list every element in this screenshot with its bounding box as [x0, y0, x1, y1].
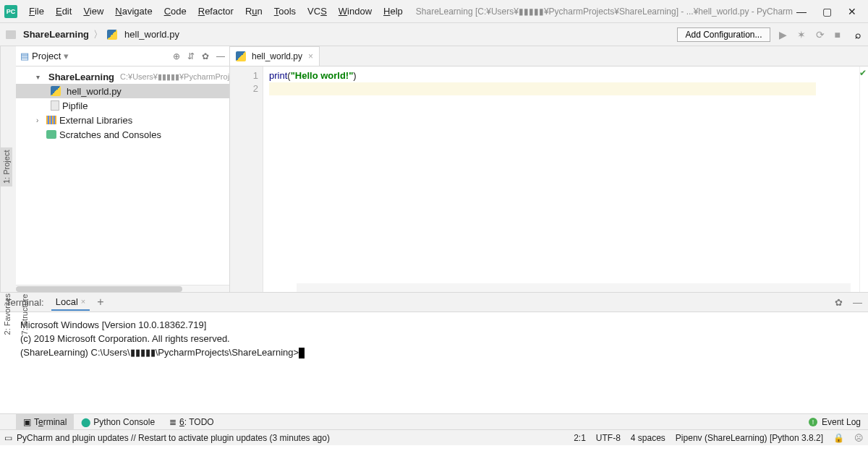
caret-position[interactable]: 2:1 — [574, 433, 586, 443]
tree-scratches[interactable]: Scratches and Consoles — [16, 127, 229, 142]
add-configuration-button[interactable]: Add Configuration... — [677, 27, 770, 42]
tree-item-pipfile[interactable]: Pipfile — [16, 98, 229, 113]
editor-scrollbar[interactable] — [297, 283, 851, 292]
stripe-structure-tab[interactable]: 7: Structure — [19, 292, 30, 336]
tree-external-libraries[interactable]: › External Libraries — [16, 113, 229, 127]
project-header: ▤ Project ▾ ⊕ ⇵ ✿ — — [16, 46, 229, 66]
close-icon[interactable]: ✕ — [848, 6, 856, 17]
menu-bar: PC File Edit View Navigate Code Refactor… — [0, 0, 868, 23]
bottom-tab-event-log[interactable]: Event Log — [822, 417, 861, 427]
stop-icon[interactable]: ■ — [833, 29, 842, 40]
menu-window[interactable]: Window — [333, 3, 378, 20]
left-tool-stripe-lower: 2: Favorites 7: Structure — [1, 292, 16, 336]
menu-edit[interactable]: Edit — [50, 3, 77, 20]
close-tab-icon[interactable]: × — [81, 297, 85, 306]
indent-setting[interactable]: 4 spaces — [631, 433, 665, 443]
chevron-down-icon[interactable]: ▾ — [36, 73, 40, 81]
tree-root[interactable]: ▾ ShareLearning C:¥Users¥▮▮▮▮▮¥PycharmPr… — [16, 69, 229, 84]
terminal-tab-local[interactable]: Local × — [51, 294, 90, 311]
terminal-line: (c) 2019 Microsoft Corporation. All righ… — [20, 332, 862, 345]
breadcrumb-sep: 〉 — [93, 28, 103, 41]
editor-tab-label: hell_world.py — [252, 51, 302, 61]
gear-icon[interactable]: ✿ — [202, 51, 209, 61]
menu-navigate[interactable]: Navigate — [109, 3, 158, 20]
coverage-icon[interactable]: ⟳ — [814, 29, 826, 40]
debug-icon[interactable]: ✶ — [796, 29, 807, 40]
new-terminal-icon[interactable]: + — [97, 296, 103, 309]
tree-root-label: ShareLearning — [48, 72, 114, 82]
python-file-icon — [236, 51, 246, 61]
code-line-2[interactable] — [269, 82, 816, 95]
code-line-1[interactable]: print("Hello world!") — [269, 69, 859, 82]
status-rect-icon[interactable]: ▭ — [4, 433, 12, 443]
chevron-right-icon[interactable]: › — [36, 116, 43, 124]
terminal-line: Microsoft Windows [Version 10.0.18362.71… — [20, 318, 862, 332]
target-icon[interactable]: ⊕ — [173, 51, 180, 61]
breadcrumb-project[interactable]: ShareLearning — [23, 29, 89, 40]
app-icon: PC — [4, 5, 17, 18]
project-scrollbar[interactable] — [16, 285, 229, 292]
menu-code[interactable]: Code — [158, 3, 192, 20]
bottom-tab-terminal[interactable]: ▣ Terminal — [16, 414, 74, 429]
breadcrumb-file[interactable]: hell_world.py — [124, 29, 179, 40]
lock-icon[interactable]: 🔒 — [833, 433, 844, 443]
hide-icon[interactable]: — — [216, 51, 225, 61]
bottom-tab-python-console[interactable]: ⬤ Python Console — [74, 414, 162, 429]
file-icon — [51, 100, 59, 111]
python-icon: ⬤ — [81, 417, 90, 427]
menu-view[interactable]: View — [77, 3, 109, 20]
hide-icon[interactable]: — — [853, 297, 862, 308]
close-tab-icon[interactable]: × — [308, 51, 313, 61]
project-tree[interactable]: ▾ ShareLearning C:¥Users¥▮▮▮▮▮¥PycharmPr… — [16, 66, 229, 285]
event-log-badge-icon: ! — [809, 418, 817, 426]
tree-item-label: Scratches and Consoles — [59, 129, 161, 140]
stripe-favorites-tab[interactable]: 2: Favorites — [1, 292, 13, 336]
run-icon[interactable]: ▶ — [778, 29, 788, 40]
interpreter-label[interactable]: Pipenv (ShareLearning) [Python 3.8.2] — [676, 433, 823, 443]
bottom-tab-todo[interactable]: ≣ 6: TODO — [162, 414, 221, 429]
terminal-tab-label: Local — [56, 296, 78, 307]
menu-help[interactable]: Help — [378, 3, 409, 20]
gear-icon[interactable]: ✿ — [835, 297, 843, 308]
breadcrumb[interactable]: ShareLearning 〉 hell_world.py — [6, 28, 179, 41]
terminal-cursor — [299, 348, 305, 358]
project-tool-window: ▤ Project ▾ ⊕ ⇵ ✿ — ▾ ShareLearning C:¥U… — [16, 46, 230, 292]
editor-tab-hello-world[interactable]: hell_world.py × — [230, 46, 320, 66]
project-view-icon: ▤ — [20, 51, 29, 61]
maximize-icon[interactable]: ▢ — [822, 6, 832, 17]
menu-run[interactable]: Run — [239, 3, 268, 20]
window-title: ShareLearning [C:¥Users¥▮▮▮▮▮¥PycharmPro… — [416, 7, 796, 17]
bottom-tool-tabs: ▣ Terminal ⬤ Python Console ≣ 6: TODO ! … — [0, 413, 868, 429]
code-area[interactable]: print("Hello world!") — [263, 66, 859, 292]
editor-body[interactable]: 1 2 print("Hello world!") ✔ — [230, 66, 868, 292]
tree-item-label: External Libraries — [59, 115, 132, 126]
navigation-bar: ShareLearning 〉 hell_world.py Add Config… — [0, 23, 868, 46]
project-title[interactable]: Project — [32, 51, 61, 61]
scratch-icon — [46, 130, 56, 139]
chevron-down-icon[interactable]: ▾ — [64, 51, 69, 61]
line-number: 1 — [230, 69, 258, 82]
python-file-icon — [51, 86, 61, 96]
menu-refactor[interactable]: Refactor — [192, 3, 239, 20]
minimize-icon[interactable]: — — [796, 6, 807, 17]
terminal-header: Terminal: Local × + ✿ — — [0, 292, 868, 312]
menu-file[interactable]: File — [23, 3, 50, 20]
menu-tools[interactable]: Tools — [268, 3, 302, 20]
tree-root-path: C:¥Users¥▮▮▮▮▮¥PycharmProjects — [120, 72, 229, 82]
inspection-rail: ✔ — [859, 66, 868, 292]
inspector-icon[interactable]: ☹ — [854, 433, 864, 443]
status-message: PyCharm and plugin updates // Restart to… — [17, 433, 330, 443]
menu-vcs[interactable]: VCS — [302, 3, 333, 20]
collapse-icon[interactable]: ⇵ — [187, 51, 195, 61]
terminal-body[interactable]: Microsoft Windows [Version 10.0.18362.71… — [0, 312, 868, 413]
search-icon[interactable]: ⌕ — [854, 29, 862, 40]
tree-item-label: hell_world.py — [67, 86, 122, 97]
line-gutter: 1 2 — [230, 66, 263, 292]
terminal-prompt[interactable]: (ShareLearning) C:\Users\▮▮▮▮▮\PycharmPr… — [20, 345, 862, 359]
status-bar: ▭ PyCharm and plugin updates // Restart … — [0, 429, 868, 445]
stripe-project-tab[interactable]: 1: Project — [1, 147, 12, 186]
tree-item-hello-world[interactable]: hell_world.py — [16, 84, 229, 98]
bottom-tab-label: Python Console — [93, 417, 155, 427]
file-encoding[interactable]: UTF-8 — [596, 433, 621, 443]
python-file-icon — [107, 30, 117, 40]
